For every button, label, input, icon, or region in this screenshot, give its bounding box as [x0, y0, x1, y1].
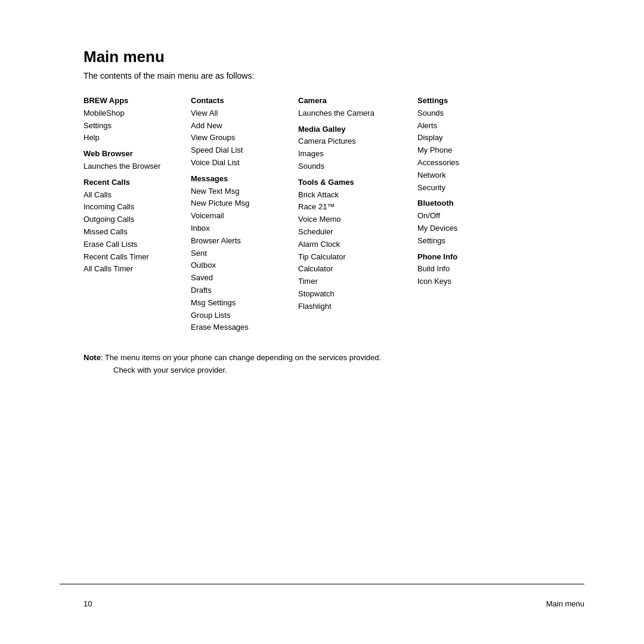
note-label: Note	[83, 353, 101, 362]
menu-item: Scheduler	[298, 226, 405, 239]
menu-item: Msg Settings	[191, 297, 286, 309]
page-title: Main menu	[83, 48, 584, 66]
menu-item: Launches the Camera	[298, 107, 405, 120]
menu-item: Recent Calls	[83, 177, 179, 189]
menu-item: Sounds	[298, 160, 405, 173]
menu-item: Settings	[83, 120, 179, 132]
menu-item: Voicemail	[191, 210, 286, 222]
menu-grid: BREW AppsMobileShopSettingsHelpWeb Brows…	[83, 95, 584, 334]
menu-item: Alarm Clock	[298, 239, 405, 251]
menu-item: Icon Keys	[417, 275, 513, 288]
menu-item: Recent Calls Timer	[83, 251, 179, 264]
menu-item: Brick Attack	[298, 189, 405, 202]
menu-item: Build Info	[417, 263, 513, 275]
page-subtitle: The contents of the main menu are as fol…	[83, 71, 584, 80]
menu-item: Launches the Browser	[83, 160, 179, 173]
menu-item: Erase Call Lists	[83, 239, 179, 251]
footer-divider	[60, 584, 584, 584]
menu-item: Messages	[191, 173, 286, 185]
menu-item: New Picture Msg	[191, 197, 286, 210]
footer-section-label: Main menu	[546, 599, 584, 608]
menu-item: My Devices	[417, 222, 513, 235]
menu-item: MobileShop	[83, 107, 179, 120]
menu-item: Outgoing Calls	[83, 213, 179, 226]
menu-item: View Groups	[191, 132, 286, 144]
menu-item: Display	[417, 132, 513, 144]
menu-item: Group Lists	[191, 309, 286, 322]
menu-item: Camera Pictures	[298, 135, 405, 148]
menu-item: Security	[417, 182, 513, 194]
menu-item: Images	[298, 148, 405, 160]
page-container: Main menu The contents of the main menu …	[0, 0, 644, 413]
menu-item: Alerts	[417, 120, 513, 132]
menu-item: Voice Memo	[298, 213, 405, 226]
menu-item: Accessories	[417, 157, 513, 169]
menu-item: Settings	[417, 95, 513, 107]
page-footer: 10 Main menu	[0, 599, 644, 608]
menu-item: Tools & Games	[298, 177, 405, 189]
menu-item: Drafts	[191, 284, 286, 297]
menu-item: Timer	[298, 275, 405, 288]
menu-item: Speed Dial List	[191, 144, 286, 157]
menu-item: Tip Calculator	[298, 251, 405, 264]
menu-item: Sent	[191, 247, 286, 260]
menu-item: My Phone	[417, 144, 513, 157]
menu-item: On/Off	[417, 210, 513, 222]
menu-item: All Calls Timer	[83, 263, 179, 275]
menu-item: Browser Alerts	[191, 235, 286, 247]
menu-item: Settings	[417, 235, 513, 247]
menu-item: Bluetooth	[417, 197, 513, 210]
menu-item: Web Browser	[83, 148, 179, 160]
menu-item: Missed Calls	[83, 226, 179, 239]
menu-item: Race 21™	[298, 201, 405, 213]
menu-item: Inbox	[191, 222, 286, 235]
menu-item: Phone Info	[417, 251, 513, 264]
note-section: Note: The menu items on your phone can c…	[83, 352, 584, 377]
note-text: : The menu items on your phone can chang…	[101, 353, 381, 362]
note-indent-text: Check with your service provider.	[113, 366, 227, 374]
menu-item: Media Galley	[298, 123, 405, 136]
menu-item: New Text Msg	[191, 185, 286, 198]
menu-item: Camera	[298, 95, 405, 107]
menu-item: Network	[417, 169, 513, 182]
menu-item: Add New	[191, 120, 286, 132]
menu-item: Help	[83, 132, 179, 144]
menu-column-camera: CameraLaunches the CameraMedia GalleyCam…	[298, 95, 417, 334]
menu-item: Saved	[191, 272, 286, 284]
menu-item: Contacts	[191, 95, 286, 107]
menu-column-settings: SettingsSoundsAlertsDisplayMy PhoneAcces…	[417, 95, 525, 334]
footer-page-number: 10	[83, 599, 546, 608]
menu-item: BREW Apps	[83, 95, 179, 107]
menu-column-contacts: ContactsView AllAdd NewView GroupsSpeed …	[191, 95, 298, 334]
menu-column-brew-apps: BREW AppsMobileShopSettingsHelpWeb Brows…	[83, 95, 191, 334]
menu-item: Flashlight	[298, 301, 405, 313]
menu-item: Erase Messages	[191, 321, 286, 334]
menu-item: All Calls	[83, 189, 179, 202]
menu-item: Calculator	[298, 263, 405, 275]
menu-item: View All	[191, 107, 286, 120]
menu-item: Outbox	[191, 259, 286, 272]
menu-item: Voice Dial List	[191, 157, 286, 169]
menu-item: Incoming Calls	[83, 201, 179, 213]
menu-item: Stopwatch	[298, 288, 405, 301]
menu-item: Sounds	[417, 107, 513, 120]
